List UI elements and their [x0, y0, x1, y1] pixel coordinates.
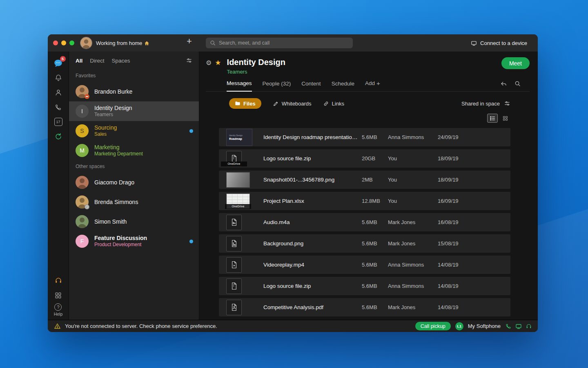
onedrive-badge: OneDrive — [225, 204, 251, 209]
notifications-nav-icon[interactable] — [51, 70, 66, 85]
space-tabs: MessagesPeople (32)ContentScheduleAdd+ — [206, 80, 530, 92]
space-list-item-sourcing[interactable]: SSourcingSales — [69, 121, 199, 141]
help-label: Help — [54, 312, 63, 316]
file-owner: Anna Simmons — [388, 134, 438, 140]
headset-audio-icon[interactable] — [526, 323, 532, 330]
plus-icon: + — [376, 80, 380, 87]
file-thumbnail-cell: Identity DesignRoadmap — [219, 129, 258, 146]
space-list-item-brenda-simmons[interactable]: Brenda Simmons — [69, 192, 199, 212]
close-window-button[interactable] — [53, 40, 58, 45]
minimize-window-button[interactable] — [61, 40, 66, 45]
space-name: Brandon Burke — [94, 88, 193, 95]
file-row[interactable]: Competitive Analysis.pdf5.6MBMark Jones1… — [219, 298, 510, 316]
user-status-text[interactable]: Working from home — [96, 40, 149, 46]
connect-device-button[interactable]: Connect to a device — [471, 34, 527, 52]
space-list-item-identity-design[interactable]: IIdentity DesignTeamers — [69, 101, 199, 121]
space-item-text: Feature DiscussionProduct Development — [94, 235, 184, 248]
file-size: 5.6MB — [362, 304, 388, 310]
person-silhouette-icon — [76, 215, 89, 228]
file-row[interactable]: Logo source file.zip5.6MBAnna Simmons14/… — [219, 277, 510, 295]
search-input[interactable] — [219, 40, 349, 46]
sidebar-tab-direct[interactable]: Direct — [90, 58, 104, 64]
messaging-nav-icon[interactable]: 5 — [51, 56, 66, 70]
space-list-item-giacomo-drago[interactable]: Giacomo Drago — [69, 173, 199, 192]
phone-service-icon[interactable] — [505, 323, 512, 330]
file-row[interactable]: Background.png5.6MBMark Jones15/08/19 — [219, 234, 510, 253]
meetings-nav-icon[interactable]: 17 — [51, 114, 66, 129]
back-arrow-icon[interactable] — [500, 81, 507, 88]
computer-audio-icon[interactable] — [515, 323, 522, 330]
file-row[interactable]: OneDriveProject Plan.xlsx12.8MBYou16/09/… — [219, 192, 510, 210]
file-row[interactable]: Videoreplay.mp45.6MBAnna Simmons14/08/19 — [219, 256, 510, 274]
space-filter-tabs: AllDirectSpaces — [69, 52, 199, 70]
file-row[interactable]: Identity DesignRoadmapIdentity Design ro… — [219, 128, 510, 146]
file-thumbnail-cell — [219, 300, 258, 315]
file-date: 14/08/19 — [438, 283, 510, 289]
space-subtitle: Sales — [94, 131, 184, 137]
search-in-space-icon[interactable] — [514, 81, 521, 88]
meet-button[interactable]: Meet — [501, 57, 530, 69]
spaces-sidebar: AllDirectSpaces Favorites Brandon BurkeI… — [69, 52, 199, 320]
space-list-item-feature-discussion[interactable]: FFeature DiscussionProduct Development — [69, 231, 199, 251]
file-owner: You — [388, 198, 438, 204]
file-size: 2MB — [362, 177, 388, 183]
files-tab-pill[interactable]: Files — [229, 98, 261, 109]
app-window: Working from home + Connect to a device … — [48, 34, 538, 332]
content-area: Files Whiteboards Links — [199, 92, 538, 320]
favorite-star-icon[interactable]: ★ — [215, 58, 221, 67]
tab-messages[interactable]: Messages — [227, 80, 252, 92]
away-presence-badge — [85, 204, 89, 209]
tab-people-32[interactable]: People (32) — [263, 81, 291, 91]
other-spaces-list: Giacomo DragoBrenda SimmonsSimon SmithFF… — [69, 173, 199, 251]
headset-devices-icon[interactable] — [51, 273, 66, 288]
help-button[interactable]: ? Help — [54, 303, 63, 316]
space-name: Brenda Simmons — [94, 199, 193, 206]
pdf-file-icon — [226, 300, 242, 315]
file-name: Videoreplay.mp4 — [258, 262, 362, 268]
space-list-item-brandon-burke[interactable]: Brandon Burke — [69, 82, 199, 101]
tab-schedule[interactable]: Schedule — [332, 81, 354, 91]
space-subtitle: Marketing Department — [94, 151, 193, 157]
softphone-label[interactable]: My Softphone — [468, 323, 501, 329]
file-row[interactable]: OneDriveLogo source file.zip20GBYou18/09… — [219, 149, 510, 168]
sidebar-tab-spaces[interactable]: Spaces — [112, 58, 130, 64]
shared-in-space-filter[interactable]: Shared in space — [461, 100, 510, 107]
user-avatar[interactable] — [80, 37, 92, 49]
space-item-text: Giacomo Drago — [94, 179, 193, 186]
space-filter-icon[interactable] — [186, 57, 192, 64]
space-list-item-simon-smith[interactable]: Simon Smith — [69, 212, 199, 231]
call-restore-icon[interactable] — [51, 129, 66, 144]
zoom-window-button[interactable] — [69, 40, 74, 45]
space-list-item-marketing[interactable]: MMarketingMarketing Department — [69, 141, 199, 160]
tab-content[interactable]: Content — [301, 81, 321, 91]
image-thumbnail — [226, 172, 250, 188]
whiteboards-tab[interactable]: Whiteboards — [273, 101, 312, 107]
calls-nav-icon[interactable] — [51, 100, 66, 114]
links-label: Links — [332, 101, 344, 107]
pencil-icon — [273, 101, 279, 107]
phone-service-icons — [505, 323, 532, 330]
links-tab[interactable]: Links — [323, 101, 344, 107]
space-settings-gear-icon[interactable]: ⚙ — [206, 59, 212, 67]
line-badge[interactable]: L1 — [455, 322, 463, 330]
grid-view-button[interactable] — [500, 114, 510, 123]
file-row[interactable]: Snapshot001-...3456789.png2MBYou18/09/19 — [219, 171, 510, 189]
apps-nav-icon[interactable] — [51, 288, 66, 303]
file-size: 5.6MB — [362, 283, 388, 289]
list-view-button[interactable] — [487, 114, 498, 123]
file-owner: Anna Simmons — [388, 283, 438, 289]
sidebar-tab-all[interactable]: All — [76, 58, 82, 64]
space-item-text: MarketingMarketing Department — [94, 144, 193, 157]
shared-filter-label: Shared in space — [461, 101, 500, 107]
new-conversation-button[interactable]: + — [187, 37, 192, 46]
folder-icon — [235, 101, 241, 106]
file-row[interactable]: Audio.m4a5.6MBMark Jones16/08/19 — [219, 213, 510, 231]
space-item-text: SourcingSales — [94, 124, 184, 137]
call-pickup-button[interactable]: Call pickup — [415, 322, 451, 330]
file-date: 18/09/19 — [438, 177, 510, 183]
navigation-rail: 5 17 ? — [48, 52, 69, 320]
tab-add[interactable]: Add+ — [365, 80, 380, 91]
onedrive-badge: OneDrive — [221, 162, 247, 166]
search-bar[interactable] — [206, 38, 353, 48]
contacts-nav-icon[interactable] — [51, 85, 66, 100]
